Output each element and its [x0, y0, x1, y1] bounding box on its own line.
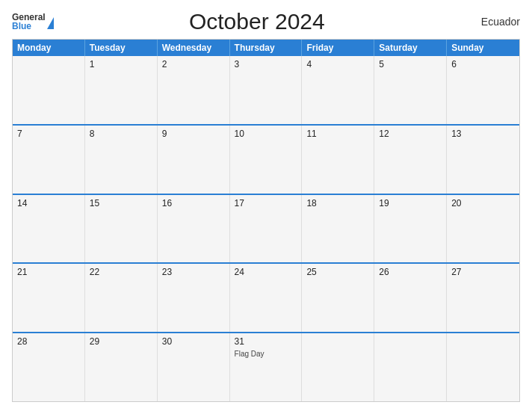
day-24: 24: [230, 264, 303, 332]
day-3: 3: [230, 56, 303, 124]
day-23: 23: [158, 264, 230, 332]
week-2: 7 8 9 10 11 12 13: [13, 124, 519, 194]
day-5: 5: [374, 56, 447, 124]
day-16: 16: [158, 195, 230, 263]
day-28: 28: [13, 333, 85, 401]
day-12: 12: [374, 126, 447, 194]
day-11: 11: [302, 126, 374, 194]
header-thursday: Thursday: [230, 40, 303, 56]
week-1: 1 2 3 4 5 6: [13, 56, 519, 124]
flag-day-event: Flag Day: [235, 350, 297, 358]
day-31: 31 Flag Day: [230, 333, 303, 401]
header-sunday: Sunday: [447, 40, 519, 56]
day-2: 2: [158, 56, 230, 124]
logo: General Blue: [12, 13, 54, 31]
day-8: 8: [85, 126, 158, 194]
day-21: 21: [13, 264, 85, 332]
week-5: 28 29 30 31 Flag Day: [13, 332, 519, 401]
day-20: 20: [447, 195, 519, 263]
header-friday: Friday: [302, 40, 374, 56]
day-4: 4: [302, 56, 374, 124]
day-26: 26: [374, 264, 447, 332]
week-4: 21 22 23 24 25 26 27: [13, 262, 519, 332]
logo-triangle-icon: [47, 17, 54, 29]
day-1: 1: [85, 56, 158, 124]
day-empty-3: [374, 333, 447, 401]
day-29: 29: [85, 333, 158, 401]
day-empty-4: [447, 333, 519, 401]
day-9: 9: [158, 126, 230, 194]
header-monday: Monday: [13, 40, 85, 56]
day-17: 17: [230, 195, 303, 263]
header: General Blue October 2024 Ecuador: [12, 9, 520, 34]
day-27: 27: [447, 264, 519, 332]
day-7: 7: [13, 126, 85, 194]
country-label: Ecuador: [460, 16, 520, 28]
day-14: 14: [13, 195, 85, 263]
day-6: 6: [447, 56, 519, 124]
day-10: 10: [230, 126, 303, 194]
day-25: 25: [302, 264, 374, 332]
day-19: 19: [374, 195, 447, 263]
day-15: 15: [85, 195, 158, 263]
header-saturday: Saturday: [374, 40, 447, 56]
logo-wordmark: General Blue: [12, 13, 46, 31]
day-empty-2: [302, 333, 374, 401]
day-22: 22: [85, 264, 158, 332]
header-wednesday: Wednesday: [158, 40, 230, 56]
logo-blue-text: Blue: [12, 22, 31, 31]
day-13: 13: [447, 126, 519, 194]
calendar-body: 1 2 3 4 5 6 7 8 9 10 11 12 13 14 15 16: [13, 56, 519, 401]
day-18: 18: [302, 195, 374, 263]
calendar-header: Monday Tuesday Wednesday Thursday Friday…: [13, 40, 519, 56]
page: General Blue October 2024 Ecuador Monday…: [0, 0, 532, 411]
month-title: October 2024: [54, 9, 460, 34]
calendar: Monday Tuesday Wednesday Thursday Friday…: [12, 39, 520, 402]
header-tuesday: Tuesday: [85, 40, 158, 56]
week-3: 14 15 16 17 18 19 20: [13, 194, 519, 263]
day-empty-1: [13, 56, 85, 124]
day-30: 30: [158, 333, 230, 401]
